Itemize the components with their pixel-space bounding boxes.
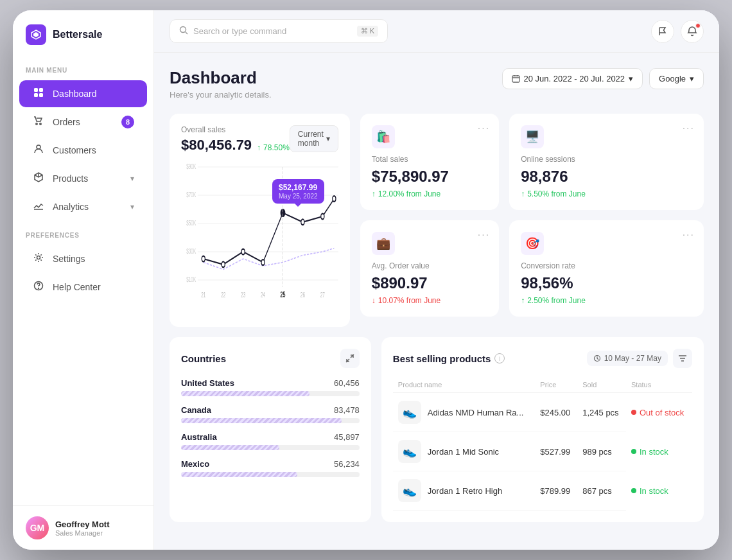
svg-text:24: 24 — [261, 292, 265, 299]
main-content: Search or type command ⌘ K — [154, 10, 719, 550]
product-price: $527.99 — [535, 432, 577, 471]
sidebar-item-customers[interactable]: Customers — [19, 137, 147, 164]
svg-rect-2 — [34, 88, 38, 92]
topbar: Search or type command ⌘ K — [154, 10, 719, 53]
sidebar-item-help[interactable]: Help Center — [19, 274, 147, 301]
status-dot — [631, 410, 636, 415]
search-placeholder: Search or type command — [193, 26, 286, 36]
col-product-name: Product name — [393, 377, 535, 393]
sales-chart: $52,167.99 May 25, 2022 — [181, 160, 338, 301]
product-sold: 867 pcs — [577, 471, 626, 511]
progress-fill — [181, 418, 342, 423]
notification-button[interactable] — [681, 20, 704, 43]
product-name: Jordan 1 Mid Sonic — [428, 447, 499, 457]
sidebar-item-products[interactable]: Products ▾ — [19, 165, 147, 192]
pref-menu-label: PREFERENCES — [13, 222, 153, 244]
country-row: Canada 83,478 — [181, 405, 360, 423]
period-button[interactable]: Current month ▾ — [290, 125, 338, 152]
user-role: Sales Manager — [55, 529, 110, 537]
product-sold: 989 pcs — [577, 432, 626, 471]
sales-up-icon: ↑ — [257, 143, 261, 152]
card-menu-avg-order[interactable]: ··· — [478, 229, 490, 241]
progress-bar — [181, 418, 360, 423]
orders-icon — [32, 116, 45, 128]
product-name: Adidas NMD Human Ra... — [428, 408, 524, 417]
card-menu-sessions[interactable]: ··· — [683, 123, 695, 134]
table-row: 👟 Jordan 1 Retro High $789.99 867 pcs In… — [393, 471, 692, 511]
country-name: Australia — [181, 432, 217, 442]
product-status: In stock — [626, 432, 692, 471]
sessions-change: ↑ 5.50% from June — [521, 189, 692, 198]
page-subtitle: Here's your analytic details. — [170, 90, 272, 100]
products-card: Best selling products i 10 May - 27 May — [381, 337, 704, 522]
avg-order-change: ↓ 10.07% from June — [372, 296, 487, 305]
status-dot — [631, 488, 636, 493]
flag-button[interactable] — [651, 20, 674, 43]
products-header: Best selling products i 10 May - 27 May — [393, 349, 692, 368]
source-picker[interactable]: Google ▾ — [649, 68, 704, 89]
country-value: 45,897 — [334, 432, 360, 442]
svg-text:21: 21 — [201, 292, 205, 299]
overall-sales-label: Overall sales — [181, 125, 290, 134]
date-chevron-icon: ▾ — [629, 74, 633, 83]
search-box[interactable]: Search or type command ⌘ K — [170, 19, 388, 43]
country-value: 56,234 — [334, 459, 360, 469]
overall-sales-card: Overall sales $80,456.79 ↑ 78.50% — [170, 114, 350, 327]
notification-dot — [695, 23, 701, 28]
products-chevron-icon: ▾ — [130, 174, 134, 183]
conversion-change: ↑ 2.50% from June — [521, 296, 692, 305]
svg-text:$50K: $50K — [186, 220, 196, 227]
country-row: Australia 45,897 — [181, 432, 360, 450]
sales-title-group: Overall sales $80,456.79 ↑ 78.50% — [181, 125, 290, 153]
status-dot — [631, 449, 636, 454]
logo: Bettersale — [13, 10, 153, 57]
sidebar-item-orders[interactable]: Orders 8 — [19, 109, 147, 136]
sidebar-dashboard-label: Dashboard — [53, 89, 97, 99]
sidebar-item-settings[interactable]: Settings — [19, 245, 147, 272]
app-window: Bettersale MAIN MENU Dashboard — [13, 10, 719, 550]
header-controls: 20 Jun. 2022 - 20 Jul. 2022 ▾ Google ▾ — [502, 68, 704, 89]
content-area: Dashboard Here's your analytic details. … — [154, 53, 719, 550]
total-sales-icon: 🛍️ — [372, 125, 395, 148]
sidebar-orders-label: Orders — [53, 117, 80, 127]
product-status: In stock — [626, 471, 692, 511]
svg-point-9 — [37, 256, 40, 259]
avg-order-icon: 💼 — [372, 232, 395, 255]
total-sales-card: ··· 🛍️ Total sales $75,890.97 ↑ 12.00% f… — [360, 114, 499, 210]
logo-icon — [26, 24, 46, 45]
card-menu-total-sales[interactable]: ··· — [478, 123, 490, 134]
product-sold: 1,245 pcs — [577, 393, 626, 432]
col-status: Status — [626, 377, 692, 393]
up-arrow-icon: ↑ — [372, 189, 376, 198]
date-range-picker[interactable]: 20 Jun. 2022 - 20 Jul. 2022 ▾ — [502, 68, 643, 89]
pref-nav: Settings Help Center — [13, 244, 153, 302]
down-arrow-icon: ↓ — [372, 296, 376, 305]
sidebar-item-dashboard[interactable]: Dashboard — [19, 80, 147, 107]
source-text: Google — [659, 74, 686, 83]
products-title: Best selling products — [393, 353, 491, 364]
filter-button[interactable] — [673, 349, 692, 368]
avg-order-value: $890.97 — [372, 274, 487, 292]
product-price: $245.00 — [535, 393, 577, 432]
expand-button[interactable] — [340, 349, 360, 368]
product-image: 👟 — [398, 479, 421, 502]
status-text: Out of stock — [640, 408, 684, 417]
help-icon — [32, 281, 45, 293]
card-menu-conversion[interactable]: ··· — [683, 229, 695, 241]
progress-bar — [181, 391, 360, 396]
product-status: Out of stock — [626, 393, 692, 432]
svg-text:22: 22 — [221, 292, 225, 299]
progress-fill — [181, 391, 309, 396]
info-icon[interactable]: i — [494, 353, 505, 363]
table-row: 👟 Adidas NMD Human Ra... $245.00 1,245 p… — [393, 393, 692, 432]
sidebar-item-analytics[interactable]: Analytics ▾ — [19, 193, 147, 220]
conversion-icon: 🎯 — [521, 232, 544, 255]
svg-point-30 — [321, 214, 324, 220]
country-row: Mexico 56,234 — [181, 459, 360, 477]
table-row: 👟 Jordan 1 Mid Sonic $527.99 989 pcs In … — [393, 432, 692, 471]
products-icon — [32, 172, 45, 185]
page-header: Dashboard Here's your analytic details. … — [170, 68, 704, 100]
metrics-left: ··· 🛍️ Total sales $75,890.97 ↑ 12.00% f… — [360, 114, 499, 317]
user-profile[interactable]: GM Geoffrey Mott Sales Manager — [13, 505, 153, 550]
avg-order-label: Avg. Order value — [372, 261, 487, 270]
